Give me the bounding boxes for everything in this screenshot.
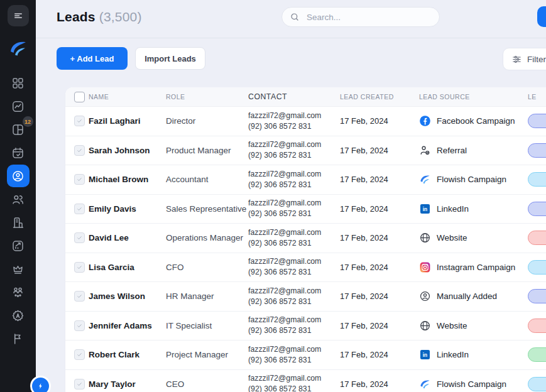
table-row[interactable]: Emily Davis Sales Representative fazzzil… xyxy=(65,194,546,224)
column-header-status: LE xyxy=(528,93,546,101)
row-checkbox[interactable] xyxy=(74,291,85,302)
lead-status-cell xyxy=(528,114,546,128)
search-bar[interactable] xyxy=(281,7,440,27)
sidebar-item-contacts[interactable] xyxy=(7,188,30,210)
lead-source-label: LinkedIn xyxy=(437,204,469,214)
search-icon xyxy=(290,12,300,22)
help-button[interactable] xyxy=(30,376,51,392)
sidebar-item-automation[interactable] xyxy=(7,304,30,327)
sidebar-item-calendar[interactable] xyxy=(7,141,30,164)
row-checkbox[interactable] xyxy=(74,379,85,389)
lead-source: Referral xyxy=(419,144,528,156)
table-row[interactable]: James Wilson HR Manager fazzzil72@gmail.… xyxy=(65,281,546,311)
lead-name: Jennifer Adams xyxy=(89,321,166,330)
lead-name: Lisa Garcia xyxy=(89,263,166,272)
svg-text:in: in xyxy=(423,352,427,358)
lead-phone: (92) 306 8572 831 xyxy=(248,297,340,307)
row-checkbox[interactable] xyxy=(74,204,85,214)
lead-email: fazzzil72@gmail.com xyxy=(248,198,340,209)
sidebar-item-upgrade[interactable] xyxy=(7,258,30,280)
table-row[interactable]: Lisa Garcia CFO fazzzil72@gmail.com (92)… xyxy=(65,253,546,282)
row-checkbox[interactable] xyxy=(74,320,85,331)
building-icon xyxy=(11,216,25,229)
lead-status-pill xyxy=(528,289,546,303)
sidebar-item-analytics[interactable] xyxy=(7,95,30,117)
lead-created-date: 17 Feb, 2024 xyxy=(340,263,419,272)
row-checkbox[interactable] xyxy=(74,116,85,126)
table-row[interactable]: Fazil Laghari Director fazzzil72@gmail.c… xyxy=(65,106,546,136)
sidebar-item-boards[interactable]: 12 xyxy=(7,118,30,141)
lead-status-cell xyxy=(528,172,546,187)
table-row[interactable]: Michael Brown Accountant fazzzil72@gmail… xyxy=(65,165,546,194)
select-all-checkbox[interactable] xyxy=(74,92,85,102)
lead-role: Operations Manager xyxy=(166,233,248,242)
table-row[interactable]: David Lee Operations Manager fazzzil72@g… xyxy=(65,223,546,253)
lead-contact: fazzzil72@gmail.com (92) 306 8572 831 xyxy=(248,198,340,219)
user-circle-icon xyxy=(11,170,25,183)
sidebar-item-reports[interactable] xyxy=(7,234,30,257)
primary-action-button-partial[interactable] xyxy=(537,6,546,27)
sidebar-toggle-button[interactable] xyxy=(8,5,29,26)
row-checkbox[interactable] xyxy=(74,262,85,273)
table-body: Fazil Laghari Director fazzzil72@gmail.c… xyxy=(65,106,546,392)
lead-source-label: Instagram Campaign xyxy=(437,263,515,272)
import-leads-button[interactable]: Import Leads xyxy=(135,47,205,70)
menu-icon xyxy=(13,10,24,21)
sidebar-item-companies[interactable] xyxy=(7,211,30,234)
lead-source-label: Website xyxy=(437,321,467,330)
table-row[interactable]: Sarah Johnson Product Manager fazzzil72@… xyxy=(65,136,546,165)
linkedin-icon: in xyxy=(419,349,431,361)
lead-email: fazzzil72@gmail.com xyxy=(248,227,340,238)
grid-icon xyxy=(11,77,25,90)
row-checkbox[interactable] xyxy=(74,174,85,185)
lead-source: Manually Added xyxy=(419,290,528,302)
lead-email: fazzzil72@gmail.com xyxy=(248,344,340,355)
sidebar-item-team[interactable] xyxy=(7,281,30,303)
lead-created-date: 17 Feb, 2024 xyxy=(340,321,419,330)
globe-icon xyxy=(419,320,431,332)
lead-source: Flowish Campaign xyxy=(419,173,528,185)
lead-phone: (92) 306 8572 831 xyxy=(248,355,340,366)
lead-source-label: Referral xyxy=(437,146,467,155)
sidebar-item-dashboard[interactable] xyxy=(7,72,30,94)
add-lead-button[interactable]: + Add Lead xyxy=(57,47,128,70)
table-header-row: NAME ROLE CONTACT LEAD CREATED LEAD SOUR… xyxy=(65,87,546,106)
sidebar-item-goals[interactable] xyxy=(7,327,30,350)
badge-a-icon xyxy=(11,309,25,322)
lead-name: Emily Davis xyxy=(89,204,166,214)
lead-status-cell xyxy=(528,231,546,245)
lead-source: in LinkedIn xyxy=(419,203,528,215)
lead-source: in LinkedIn xyxy=(419,349,528,361)
lead-phone: (92) 306 8572 831 xyxy=(248,238,340,249)
chart-line-icon xyxy=(11,100,25,113)
column-header-contact: CONTACT xyxy=(248,92,340,102)
top-bar: Leads (3,500) xyxy=(36,0,546,38)
row-checkbox[interactable] xyxy=(74,232,85,243)
lead-status-pill xyxy=(528,260,546,275)
leads-table: NAME ROLE CONTACT LEAD CREATED LEAD SOUR… xyxy=(65,87,546,392)
row-checkbox[interactable] xyxy=(74,145,85,156)
table-row[interactable]: Mary Taylor CEO fazzzil72@gmail.com (92)… xyxy=(65,369,546,392)
svg-text:in: in xyxy=(423,206,427,212)
manually-added-icon xyxy=(419,290,431,302)
table-row[interactable]: Jennifer Adams IT Specialist fazzzil72@g… xyxy=(65,311,546,340)
lead-phone: (92) 306 8572 831 xyxy=(248,121,340,132)
lead-status-pill xyxy=(528,377,546,391)
filter-sliders-icon xyxy=(511,54,522,65)
lead-phone: (92) 306 8572 831 xyxy=(248,209,340,219)
table-row[interactable]: Robert Clark Project Manager fazzzil72@g… xyxy=(65,340,546,369)
lead-email: fazzzil72@gmail.com xyxy=(248,169,340,180)
filter-button[interactable]: Filter xyxy=(503,48,546,70)
lead-phone: (92) 306 8572 831 xyxy=(248,325,340,336)
search-input[interactable] xyxy=(305,12,432,23)
bolt-icon xyxy=(36,382,45,390)
sidebar-item-leads[interactable] xyxy=(7,165,30,187)
lead-name: Fazil Laghari xyxy=(89,116,166,126)
lead-contact: fazzzil72@gmail.com (92) 306 8572 831 xyxy=(248,315,340,336)
lead-phone: (92) 306 8572 831 xyxy=(248,150,340,161)
lead-source-label: Facebook Campaign xyxy=(437,116,515,126)
lead-source-label: Flowish Campaign xyxy=(437,175,506,184)
lead-role: Sales Representative xyxy=(166,204,248,214)
row-checkbox[interactable] xyxy=(74,349,85,360)
lead-status-cell xyxy=(528,318,546,333)
